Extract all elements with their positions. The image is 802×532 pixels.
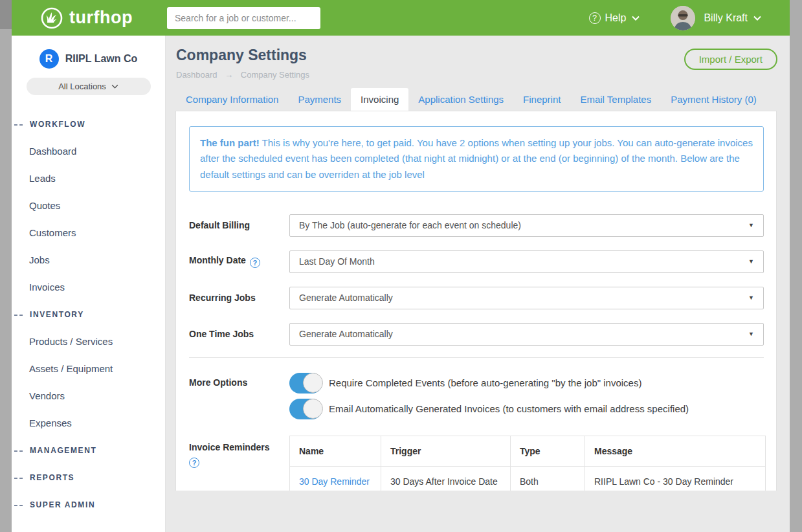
section-dash (14, 478, 23, 479)
section-dash (14, 124, 23, 126)
navbar-right: ? Help Billy Kraft (589, 6, 790, 30)
brand-logo[interactable]: turfhop (40, 6, 167, 30)
sidebar-item-jobs[interactable]: Jobs (12, 247, 165, 274)
monthly-date-select[interactable]: Last Day Of Month ▼ (289, 250, 764, 273)
default-billing-select[interactable]: By The Job (auto-generate for each event… (289, 214, 764, 237)
location-selector[interactable]: All Locations (27, 78, 151, 95)
tab-email-templates[interactable]: Email Templates (570, 88, 661, 111)
info-box-highlight: The fun part! (200, 137, 260, 148)
sidebar-item-assets-equipment[interactable]: Assets / Equipment (12, 355, 165, 382)
breadcrumb-separator: → (225, 70, 233, 80)
tab-invoicing[interactable]: Invoicing (351, 88, 408, 111)
email-generated-invoices-toggle[interactable] (289, 399, 322, 419)
chevron-down-icon (111, 84, 118, 89)
table-row: 30 Day Reminder 30 Days After Invoice Da… (290, 466, 766, 491)
sidebar-item-invoices[interactable]: Invoices (12, 274, 165, 301)
default-billing-value: By The Job (auto-generate for each event… (299, 220, 521, 230)
top-navbar: turfhop ? Help (12, 0, 790, 36)
reminder-link-30-day[interactable]: 30 Day Reminder (299, 476, 370, 487)
require-completed-events-row: Require Completed Events (before auto-ge… (289, 373, 689, 393)
location-selector-label: All Locations (58, 82, 106, 91)
help-menu[interactable]: ? Help (589, 12, 640, 24)
recurring-jobs-row: Recurring Jobs Generate Automatically ▼ (189, 287, 764, 309)
select-arrow-icon: ▼ (748, 331, 754, 337)
monthly-date-row: Monthly Date? Last Day Of Month ▼ (189, 250, 764, 273)
breadcrumb: Dashboard → Company Settings (176, 70, 790, 80)
search-input[interactable] (167, 7, 320, 29)
settings-tabs: Company Information Payments Invoicing A… (166, 88, 790, 111)
window-scrollbar[interactable] (790, 0, 802, 532)
sidebar-item-customers[interactable]: Customers (12, 219, 165, 247)
table-header-row: Name Trigger Type Message (290, 436, 766, 466)
default-billing-label: Default Billing (189, 220, 289, 230)
reminder-message: RIIPL Lawn Co - 30 Day Reminder (585, 466, 766, 491)
user-name[interactable]: Billy Kraft (704, 12, 748, 24)
default-billing-row: Default Billing By The Job (auto-generat… (189, 214, 764, 237)
info-box-text: This is why you're here, to get paid. Yo… (200, 137, 753, 180)
import-export-button[interactable]: Import / Export (684, 49, 777, 70)
one-time-jobs-select[interactable]: Generate Automatically ▼ (289, 323, 764, 346)
monthly-date-label: Monthly Date? (189, 255, 289, 268)
column-header-message: Message (585, 436, 766, 466)
sidebar-section-management[interactable]: MANAGEMENT (12, 437, 165, 464)
breadcrumb-dashboard[interactable]: Dashboard (176, 70, 217, 80)
company-logo: R (39, 49, 59, 69)
tab-application-settings[interactable]: Application Settings (408, 88, 513, 111)
brand-name: turfhop (69, 8, 133, 28)
reminder-trigger: 30 Days After Invoice Date (381, 466, 511, 491)
sidebar-item-expenses[interactable]: Expenses (12, 410, 165, 437)
sidebar-item-products-services[interactable]: Products / Services (12, 328, 165, 355)
recurring-jobs-value: Generate Automatically (299, 293, 393, 303)
more-options-row: More Options Require Completed Events (b… (189, 373, 764, 419)
invoice-reminders-label: Invoice Reminders ? (189, 436, 289, 491)
sidebar-item-leads[interactable]: Leads (12, 165, 165, 192)
require-completed-events-label: Require Completed Events (before auto-ge… (329, 377, 641, 388)
one-time-jobs-row: One Time Jobs Generate Automatically ▼ (189, 323, 764, 346)
sidebar-item-dashboard[interactable]: Dashboard (12, 138, 165, 165)
monthly-date-value: Last Day Of Month (299, 256, 375, 267)
company-name: RIIPL Lawn Co (65, 53, 138, 65)
sidebar: R RIIPL Lawn Co All Locations WORKFLOW D… (12, 36, 166, 532)
section-dash (14, 450, 23, 452)
section-dash (14, 505, 23, 506)
company-header: R RIIPL Lawn Co (12, 49, 165, 69)
avatar[interactable] (671, 6, 695, 30)
help-label: Help (605, 12, 627, 24)
tab-payment-history[interactable]: Payment History (0) (661, 88, 766, 111)
sidebar-section-inventory[interactable]: INVENTORY (12, 301, 165, 328)
sidebar-section-reports[interactable]: REPORTS (12, 464, 165, 491)
monthly-date-help-icon[interactable]: ? (250, 258, 260, 268)
select-arrow-icon: ▼ (748, 294, 754, 301)
sidebar-item-quotes[interactable]: Quotes (12, 192, 165, 219)
breadcrumb-current: Company Settings (241, 70, 309, 80)
sidebar-section-workflow[interactable]: WORKFLOW (12, 111, 165, 138)
invoice-reminders-help-icon[interactable]: ? (189, 458, 199, 468)
require-completed-events-toggle[interactable] (289, 373, 322, 393)
recurring-jobs-select[interactable]: Generate Automatically ▼ (289, 287, 764, 309)
sidebar-section-super-admin[interactable]: SUPER ADMIN (12, 491, 165, 518)
window-left-strip (0, 0, 12, 532)
column-header-trigger: Trigger (381, 436, 511, 466)
tab-payments[interactable]: Payments (288, 88, 351, 111)
more-options-label: More Options (189, 373, 289, 419)
turfhop-grass-icon (40, 6, 63, 30)
tab-fineprint[interactable]: Fineprint (513, 88, 570, 111)
invoicing-panel: The fun part! This is why you're here, t… (175, 111, 777, 491)
toggle-knob (303, 373, 323, 393)
main-content: Company Settings Dashboard → Company Set… (166, 36, 790, 532)
email-generated-invoices-label: Email Automatically Generated Invoices (… (329, 403, 689, 414)
tab-company-information[interactable]: Company Information (176, 88, 288, 111)
section-divider (189, 357, 764, 358)
column-header-type: Type (511, 436, 585, 466)
toggle-list: Require Completed Events (before auto-ge… (289, 373, 689, 419)
help-icon: ? (589, 12, 601, 24)
toggle-knob (303, 399, 323, 419)
screen: turfhop ? Help (0, 0, 802, 532)
one-time-jobs-value: Generate Automatically (299, 329, 393, 339)
sidebar-item-vendors[interactable]: Vendors (12, 382, 165, 410)
one-time-jobs-label: One Time Jobs (189, 329, 289, 339)
select-arrow-icon: ▼ (748, 258, 754, 265)
email-generated-invoices-row: Email Automatically Generated Invoices (… (289, 399, 689, 419)
user-chevron-down-icon[interactable] (753, 16, 761, 21)
app: turfhop ? Help (12, 0, 790, 532)
